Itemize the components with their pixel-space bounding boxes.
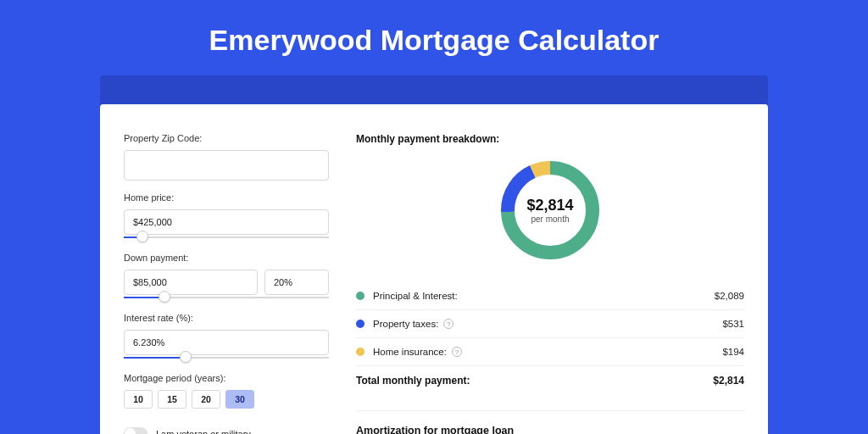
amortization-title: Amortization for mortgage loan [356, 425, 744, 434]
slider-thumb[interactable] [180, 351, 192, 363]
toggle-knob [125, 428, 136, 434]
amortization-section: Amortization for mortgage loan Amortizat… [356, 410, 744, 434]
down-payment-pct-input[interactable] [264, 270, 329, 295]
legend-dot [356, 320, 364, 328]
legend-value: $194 [722, 347, 744, 357]
period-button-20[interactable]: 20 [192, 390, 220, 409]
total-row: Total monthly payment: $2,814 [356, 365, 744, 395]
donut-center-value: $2,814 [526, 197, 573, 214]
legend-dot [356, 292, 364, 300]
total-label: Total monthly payment: [356, 375, 470, 387]
interest-rate-label: Interest rate (%): [124, 313, 329, 323]
home-price-label: Home price: [124, 192, 329, 203]
down-payment-label: Down payment: [124, 253, 329, 263]
mortgage-period-label: Mortgage period (years): [124, 373, 329, 383]
legend-row: Home insurance:?$194 [356, 337, 744, 365]
total-value: $2,814 [713, 375, 744, 387]
legend-row: Principal & Interest:$2,089 [356, 282, 744, 309]
calculator-card: Property Zip Code: Home price: Down paym… [100, 104, 768, 434]
down-payment-input[interactable] [124, 270, 258, 295]
interest-rate-input[interactable] [124, 330, 329, 355]
header-strip [100, 75, 768, 104]
legend-label: Property taxes: [373, 319, 438, 329]
inputs-panel: Property Zip Code: Home price: Down paym… [124, 133, 329, 434]
breakdown-legend: Principal & Interest:$2,089Property taxe… [356, 282, 744, 365]
legend-label: Principal & Interest: [373, 291, 458, 301]
period-button-15[interactable]: 15 [158, 390, 186, 409]
donut-center-sub: per month [531, 214, 569, 224]
page-title: Emerywood Mortgage Calculator [0, 0, 868, 75]
breakdown-panel: Monthly payment breakdown: $2,814 per mo… [356, 133, 744, 434]
legend-dot [356, 348, 364, 356]
legend-row: Property taxes:?$531 [356, 309, 744, 337]
zip-label: Property Zip Code: [124, 133, 329, 143]
period-button-30[interactable]: 30 [225, 390, 254, 409]
info-icon[interactable]: ? [443, 319, 453, 329]
slider-thumb[interactable] [159, 291, 170, 303]
payment-donut-chart: $2,814 per month [497, 157, 604, 264]
legend-value: $2,089 [715, 291, 744, 301]
mortgage-period-group: 10152030 [124, 390, 329, 409]
home-price-slider[interactable] [124, 234, 329, 241]
breakdown-title: Monthly payment breakdown: [356, 133, 744, 145]
legend-value: $531 [722, 319, 744, 329]
zip-input[interactable] [124, 150, 329, 181]
home-price-input[interactable] [124, 209, 329, 235]
slider-thumb[interactable] [136, 231, 148, 242]
down-payment-slider[interactable] [124, 294, 329, 301]
legend-label: Home insurance: [373, 347, 447, 357]
period-button-10[interactable]: 10 [124, 390, 153, 409]
veteran-toggle[interactable] [124, 427, 147, 434]
info-icon[interactable]: ? [452, 347, 462, 357]
interest-rate-slider[interactable] [124, 354, 329, 361]
veteran-label: I am veteran or military [156, 429, 251, 435]
